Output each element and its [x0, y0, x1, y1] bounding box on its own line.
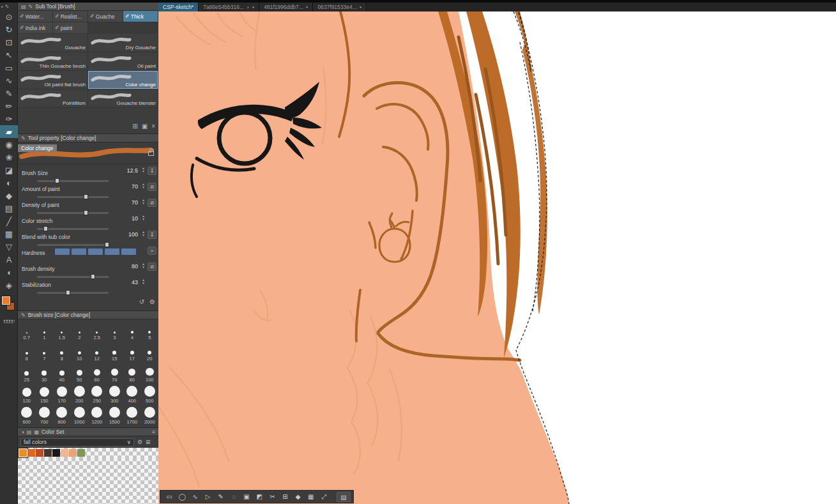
brush-size-cell[interactable]: 1700 — [123, 405, 141, 426]
polygon-select-icon[interactable]: ▷ — [201, 494, 214, 500]
decoration-tool-icon[interactable]: ❀ — [0, 151, 18, 164]
balloon-tool-icon[interactable]: ◖ — [0, 266, 18, 279]
color-set-select[interactable]: fall colors ∨ — [20, 438, 134, 447]
color-swatch[interactable] — [44, 449, 52, 457]
Dry Gouache[interactable]: Dry Gouache — [88, 34, 158, 52]
brush-size-cell[interactable]: 250 — [88, 384, 106, 405]
slider-track[interactable] — [37, 292, 109, 294]
airbrush-tool-icon[interactable]: ◉ — [0, 138, 18, 151]
lasso-select-icon[interactable]: ∿ — [188, 494, 201, 500]
hardness-segments[interactable] — [55, 248, 136, 255]
brush-size-cell[interactable]: 150 — [36, 384, 54, 405]
brush-size-cell[interactable]: 30 — [36, 363, 54, 384]
fill-tool-icon[interactable]: ◆ — [0, 189, 18, 202]
brush-size-cell[interactable]: 0.7 — [18, 321, 36, 342]
spinner[interactable]: ▲▼ — [142, 167, 145, 173]
spinner[interactable]: ▲▼ — [142, 279, 145, 285]
slider-option-button[interactable]: ⊘ — [148, 263, 156, 271]
Pointillism[interactable]: Pointillism — [18, 89, 88, 108]
line-tool-icon[interactable]: ╱ — [0, 215, 18, 227]
delete-subtool-icon[interactable]: × — [151, 123, 155, 130]
panel-menu-icon[interactable]: ▤ — [21, 4, 26, 10]
brush-size-cell[interactable]: 1500 — [106, 405, 124, 426]
gradient-tool-icon[interactable]: ▤ — [0, 202, 18, 215]
hardness-segment[interactable] — [88, 248, 103, 255]
brush-size-cell[interactable]: 5 — [141, 321, 159, 342]
brush-size-cell[interactable]: 120 — [18, 384, 36, 405]
document-tab[interactable]: 481f1996ddb7... ● — [259, 3, 313, 11]
document-tab[interactable]: CSP-sketch* — [158, 3, 199, 11]
color-swatch[interactable] — [36, 449, 43, 457]
slider-value[interactable]: 100 — [128, 231, 138, 238]
lasso-select-tool-icon[interactable]: ∿ — [0, 74, 18, 87]
empty-swatch-grid[interactable] — [18, 457, 158, 504]
color-swatch[interactable] — [61, 449, 68, 457]
document-tab[interactable]: 7a66e54bb316... × ● — [199, 3, 259, 11]
marquee-select-icon[interactable]: ▭ — [163, 494, 176, 500]
brush-size-cell[interactable]: 4 — [123, 321, 141, 342]
brush-size-cell[interactable]: 15 — [106, 342, 124, 363]
slider-value[interactable]: 10 — [132, 215, 138, 222]
erase-selection-icon[interactable]: ◌ — [227, 494, 240, 500]
hardness-segment[interactable] — [72, 248, 86, 255]
spinner[interactable]: ▲▼ — [142, 183, 145, 189]
brush-size-cell[interactable]: 2000 — [141, 405, 159, 426]
hardness-segment[interactable] — [105, 248, 119, 255]
slider-value[interactable]: 80 — [132, 263, 138, 270]
brush-size-cell[interactable]: 25 — [18, 363, 36, 384]
Oil paint flat brush[interactable]: Oil paint flat brush — [18, 71, 88, 89]
brush-size-cell[interactable]: 7 — [36, 342, 54, 363]
copy-icon[interactable]: ⊞ — [278, 494, 291, 500]
Color change[interactable]: Color change — [88, 71, 158, 89]
invert-selection-icon[interactable]: ◩ — [253, 494, 266, 500]
slider-value[interactable]: 12.5 — [126, 167, 138, 174]
scale-selection-icon[interactable]: ⤢ — [317, 494, 330, 500]
tool-settings-icon[interactable]: ⚙ — [149, 299, 155, 305]
brush-size-cell[interactable]: 50 — [71, 363, 89, 384]
ellipse-select-icon[interactable]: ◯ — [176, 494, 188, 500]
cut-icon[interactable]: ✂ — [266, 494, 278, 500]
brush-size-cell[interactable]: 20 — [141, 342, 159, 363]
color-swatch[interactable] — [27, 449, 35, 457]
brush-size-cell[interactable]: 70 — [106, 363, 124, 384]
hardness-expand-button[interactable]: > — [148, 247, 156, 255]
color-set-header[interactable]: ◑▤▦ Color Set ≡ — [18, 428, 158, 436]
brush-size-cell[interactable]: 400 — [123, 384, 141, 405]
operation-tool-icon[interactable]: ↖ — [0, 49, 18, 61]
brush-size-cell[interactable]: 10 — [71, 342, 89, 363]
spinner[interactable]: ▲▼ — [142, 263, 145, 269]
brush-size-cell[interactable]: 40 — [53, 363, 71, 384]
brush-size-cell[interactable]: 1 — [36, 321, 54, 342]
brush-tool-icon[interactable]: ▰ — [0, 125, 18, 138]
brush-size-cell[interactable]: 8 — [53, 342, 71, 363]
brush-size-cell[interactable]: 60 — [88, 363, 106, 384]
Gouache[interactable]: Gouache — [18, 34, 88, 52]
brush-size-cell[interactable]: 1000 — [71, 405, 89, 426]
eraser-tool-icon[interactable]: ◪ — [0, 164, 18, 176]
toolbar-grip[interactable] — [3, 319, 15, 323]
hardness-segment[interactable] — [121, 248, 136, 255]
shrink-selection-icon[interactable]: ▣ — [240, 494, 253, 500]
polyline-tool-icon[interactable]: ▽ — [0, 240, 18, 253]
slider-option-button[interactable]: ↧ — [148, 231, 156, 239]
selection-launcher-settings-icon[interactable]: ▤ — [337, 492, 351, 502]
slider-option-button[interactable]: ⊘ — [148, 199, 156, 207]
brush-size-cell[interactable]: 100 — [141, 363, 159, 384]
brush-size-header[interactable]: ✎ Brush size [Color change] — [18, 311, 158, 319]
subtool-tab[interactable]: ✐ paint — [53, 22, 88, 34]
brush-size-cell[interactable]: 500 — [141, 384, 159, 405]
reset-tool-property-icon[interactable]: ↺ — [139, 299, 144, 305]
subtool-tab[interactable]: ✐ Realist... — [53, 11, 88, 22]
marker-tool-icon[interactable]: ✑ — [0, 112, 18, 125]
document-tab[interactable]: 0637f91533e4... ● — [313, 3, 367, 11]
brush-size-cell[interactable]: 200 — [71, 384, 89, 405]
menu-icon[interactable]: ▪ — [1, 4, 3, 10]
tab-close-icon[interactable]: × — [247, 4, 250, 10]
subtool-panel-header[interactable]: ▤ ✎ Sub Tool [Brush] — [18, 3, 158, 11]
artwork[interactable] — [158, 11, 836, 504]
brush-size-cell[interactable]: 800 — [53, 405, 71, 426]
add-subtool-icon[interactable]: ⊞ — [132, 123, 137, 130]
slider-option-button[interactable]: ⊘ — [148, 183, 156, 191]
pencil-tool-icon[interactable]: ✏ — [0, 100, 18, 112]
primary-color-swatch[interactable] — [2, 296, 10, 305]
